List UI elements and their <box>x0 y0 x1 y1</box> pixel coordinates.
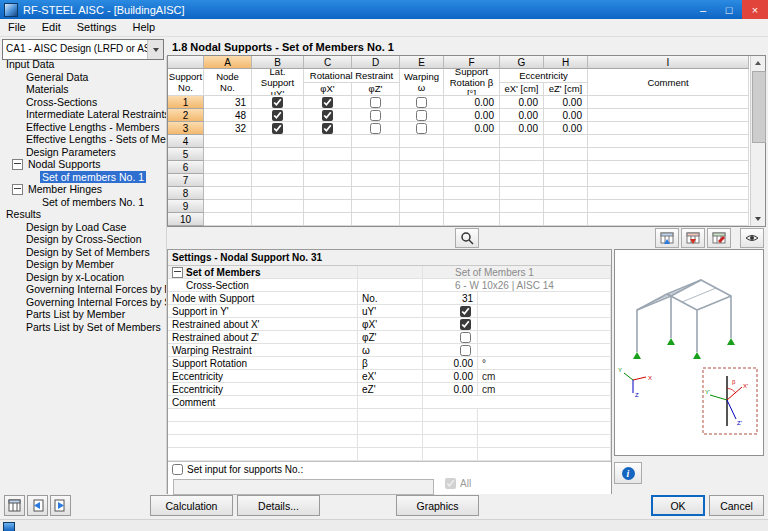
scrollbar-thumb[interactable] <box>752 71 766 143</box>
cell-empty[interactable] <box>352 174 400 187</box>
cell-rot-z[interactable] <box>352 122 400 135</box>
cell-empty[interactable] <box>252 135 304 148</box>
cell-empty[interactable] <box>444 135 500 148</box>
cell-support-rotation[interactable]: 0.00 <box>444 122 500 135</box>
cell-empty[interactable] <box>444 148 500 161</box>
rot-x-checkbox[interactable] <box>322 123 333 134</box>
cell-empty[interactable] <box>204 174 252 187</box>
cell-empty[interactable] <box>544 161 588 174</box>
nav-governing-forces-member[interactable]: Governing Internal Forces by Member <box>0 283 166 296</box>
cell-empty[interactable] <box>400 174 444 187</box>
rot-z-checkbox[interactable] <box>370 97 381 108</box>
cell-empty[interactable] <box>304 213 352 226</box>
nav-intermediate-lateral-restraints[interactable]: Intermediate Lateral Restraints <box>0 108 166 121</box>
cell-empty[interactable] <box>544 213 588 226</box>
cell-ecc-z[interactable]: 0.00 <box>544 96 588 109</box>
nav-results[interactable]: Results <box>0 208 166 221</box>
cell-ecc-z[interactable]: 0.00 <box>544 109 588 122</box>
cell-empty[interactable] <box>352 213 400 226</box>
cell-rot-x[interactable] <box>304 96 352 109</box>
cell-lat-support[interactable] <box>252 122 304 135</box>
cell-empty[interactable] <box>588 174 749 187</box>
collapse-icon[interactable] <box>12 184 23 195</box>
cell-empty[interactable] <box>500 148 544 161</box>
nav-design-by-member[interactable]: Design by Member <box>0 258 166 271</box>
calculation-button[interactable]: Calculation <box>150 495 233 516</box>
warping-checkbox[interactable] <box>416 123 427 134</box>
cell-support-rotation[interactable]: 0.00 <box>444 96 500 109</box>
import-table-button[interactable] <box>655 228 679 248</box>
nav-member-hinges[interactable]: Member Hinges <box>0 183 166 196</box>
cell-empty[interactable] <box>252 200 304 213</box>
cell-empty[interactable] <box>304 161 352 174</box>
row-number[interactable]: 9 <box>168 200 204 213</box>
minimize-button[interactable]: – <box>690 0 716 19</box>
cell-empty[interactable] <box>444 213 500 226</box>
cell-empty[interactable] <box>588 161 749 174</box>
cell-empty[interactable] <box>544 148 588 161</box>
cell-empty[interactable] <box>588 200 749 213</box>
restrained-z-checkbox[interactable] <box>460 332 471 343</box>
set-input-checkbox[interactable] <box>172 464 183 475</box>
nav-design-by-x-location[interactable]: Design by x-Location <box>0 271 166 284</box>
cell-empty[interactable] <box>588 187 749 200</box>
cell-empty[interactable] <box>252 187 304 200</box>
cell-empty[interactable] <box>588 213 749 226</box>
cell-empty[interactable] <box>252 213 304 226</box>
nav-effective-lengths-members[interactable]: Effective Lengths - Members <box>0 121 166 134</box>
cell-empty[interactable] <box>544 200 588 213</box>
previous-table-button[interactable] <box>27 495 48 516</box>
cell-empty[interactable] <box>204 213 252 226</box>
rot-z-checkbox[interactable] <box>370 110 381 121</box>
nav-general-data[interactable]: General Data <box>0 71 166 84</box>
row-number[interactable]: 8 <box>168 187 204 200</box>
cell-empty[interactable] <box>400 187 444 200</box>
cell-empty[interactable] <box>304 200 352 213</box>
cell-empty[interactable] <box>500 174 544 187</box>
cell-rot-z[interactable] <box>352 96 400 109</box>
nav-design-by-load-case[interactable]: Design by Load Case <box>0 221 166 234</box>
row-number[interactable]: 1 <box>168 96 204 109</box>
cell-empty[interactable] <box>500 200 544 213</box>
cell-warping[interactable] <box>400 96 444 109</box>
cell-lat-support[interactable] <box>252 109 304 122</box>
cell-empty[interactable] <box>352 161 400 174</box>
cell-comment[interactable] <box>588 122 749 135</box>
cell-empty[interactable] <box>400 161 444 174</box>
lat-support-checkbox[interactable] <box>272 97 283 108</box>
cell-empty[interactable] <box>444 161 500 174</box>
cell-node-no[interactable]: 32 <box>204 122 252 135</box>
lat-support-checkbox[interactable] <box>272 123 283 134</box>
edit-table-button[interactable] <box>707 228 731 248</box>
warping-checkbox[interactable] <box>416 110 427 121</box>
cell-empty[interactable] <box>304 148 352 161</box>
row-number[interactable]: 10 <box>168 213 204 226</box>
visibility-button[interactable] <box>740 228 764 248</box>
nav-member-hinges-set1[interactable]: Set of members No. 1 <box>0 196 166 209</box>
nav-design-parameters[interactable]: Design Parameters <box>0 146 166 159</box>
info-button[interactable]: i <box>614 462 642 484</box>
cancel-button[interactable]: Cancel <box>709 495 764 516</box>
lat-support-checkbox[interactable] <box>272 110 283 121</box>
cell-empty[interactable] <box>204 148 252 161</box>
scroll-down-button[interactable] <box>751 212 765 226</box>
nav-cross-sections[interactable]: Cross-Sections <box>0 96 166 109</box>
input-tables-button[interactable] <box>4 495 25 516</box>
cell-empty[interactable] <box>252 174 304 187</box>
cell-empty[interactable] <box>252 148 304 161</box>
cell-warping[interactable] <box>400 109 444 122</box>
details-button[interactable]: Details... <box>237 495 320 516</box>
ok-button[interactable]: OK <box>651 495 705 516</box>
nav-materials[interactable]: Materials <box>0 83 166 96</box>
cell-empty[interactable] <box>304 187 352 200</box>
cell-empty[interactable] <box>400 148 444 161</box>
rotation-value[interactable]: 0.00 <box>423 357 478 370</box>
rot-x-checkbox[interactable] <box>322 110 333 121</box>
ecc-x-value[interactable]: 0.00 <box>423 370 478 383</box>
cell-empty[interactable] <box>500 135 544 148</box>
support-y-checkbox[interactable] <box>460 306 471 317</box>
cell-empty[interactable] <box>304 174 352 187</box>
cell-node-no[interactable]: 48 <box>204 109 252 122</box>
nav-nodal-supports-set1[interactable]: Set of members No. 1 <box>0 171 166 184</box>
menu-edit[interactable]: Edit <box>34 19 69 36</box>
